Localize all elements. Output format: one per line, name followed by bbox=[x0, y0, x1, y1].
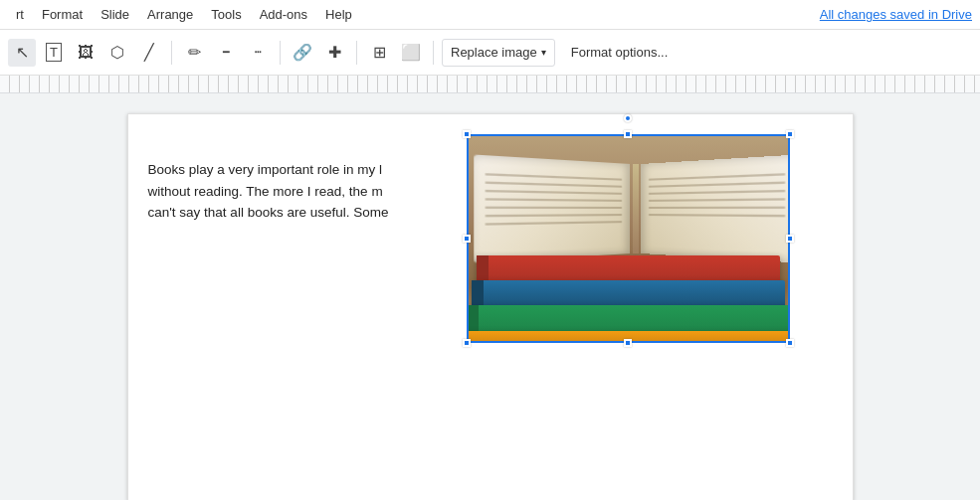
menu-item-arrange[interactable]: Arrange bbox=[139, 4, 201, 25]
menu-item-slide[interactable]: Slide bbox=[93, 4, 137, 25]
handle-top-right[interactable] bbox=[786, 130, 794, 138]
book-line bbox=[485, 173, 622, 181]
pencil-icon: ✏ bbox=[188, 43, 201, 62]
image-button[interactable]: 🖼 bbox=[72, 39, 99, 67]
book-red-spine bbox=[477, 255, 489, 283]
slide-image[interactable] bbox=[467, 134, 790, 343]
handle-bottom-right[interactable] bbox=[786, 339, 794, 347]
textbox-icon: T bbox=[46, 43, 62, 62]
menu-item-help[interactable]: Help bbox=[317, 4, 360, 25]
handle-bottom-left[interactable] bbox=[463, 339, 471, 347]
separator-1 bbox=[171, 41, 172, 65]
canvas-area: Books play a very important role in my l… bbox=[0, 93, 980, 500]
ruler-marks bbox=[0, 76, 980, 92]
books-photo bbox=[467, 134, 790, 343]
handle-top-left[interactable] bbox=[463, 130, 471, 138]
book-line bbox=[649, 173, 786, 181]
rotate-handle[interactable] bbox=[624, 114, 632, 122]
separator-2 bbox=[280, 41, 281, 65]
link-button[interactable]: 🔗 bbox=[289, 39, 316, 67]
handle-middle-right[interactable] bbox=[786, 235, 794, 243]
line-weight-icon: ━ bbox=[223, 46, 230, 59]
format-options-button[interactable]: Format options... bbox=[559, 39, 681, 67]
ruler bbox=[0, 76, 980, 93]
slide-text-line2: without reading. The more I read, the m bbox=[148, 184, 383, 199]
replace-image-arrow: ▾ bbox=[541, 47, 546, 58]
line-icon: ╱ bbox=[144, 43, 154, 62]
book-green-spine bbox=[467, 305, 479, 333]
replace-image-button[interactable]: Replace image ▾ bbox=[442, 39, 555, 67]
toolbar: ↖ T 🖼 ⬡ ╱ ✏ ━ ┅ 🔗 ✚ ⊞ ⬜ Replace im bbox=[0, 30, 980, 76]
mask-icon: ⬜ bbox=[401, 43, 421, 62]
book-blue-spine bbox=[472, 280, 484, 308]
shape-icon: ⬡ bbox=[110, 43, 124, 62]
line-button[interactable]: ╱ bbox=[135, 39, 163, 67]
shape-button[interactable]: ⬡ bbox=[103, 39, 131, 67]
link-icon: 🔗 bbox=[293, 43, 312, 62]
select-tool-button[interactable]: ↖ bbox=[8, 39, 36, 67]
pencil-button[interactable]: ✏ bbox=[180, 39, 208, 67]
handle-top-center[interactable] bbox=[624, 130, 632, 138]
book-spine bbox=[633, 164, 639, 253]
handle-bottom-center[interactable] bbox=[624, 339, 632, 347]
menu-item-tools[interactable]: Tools bbox=[203, 4, 249, 25]
line-dash-button[interactable]: ┅ bbox=[244, 39, 272, 67]
comment-icon: ✚ bbox=[328, 43, 341, 62]
image-icon: 🖼 bbox=[78, 44, 94, 62]
separator-4 bbox=[433, 41, 434, 65]
slide-text-content: Books play a very important role in my l… bbox=[148, 159, 467, 224]
menu-item-format[interactable]: Format bbox=[34, 4, 91, 25]
comment-button[interactable]: ✚ bbox=[320, 39, 348, 67]
line-dash-icon: ┅ bbox=[255, 46, 262, 59]
book-red bbox=[477, 255, 780, 283]
separator-3 bbox=[356, 41, 357, 65]
replace-image-label: Replace image bbox=[451, 45, 537, 60]
menu-item-insert[interactable]: rt bbox=[8, 4, 32, 25]
handle-middle-left[interactable] bbox=[463, 235, 471, 243]
mask-button[interactable]: ⬜ bbox=[397, 39, 425, 67]
menu-item-addons[interactable]: Add-ons bbox=[252, 4, 315, 25]
slide[interactable]: Books play a very important role in my l… bbox=[127, 113, 854, 500]
crop-icon: ⊞ bbox=[373, 43, 386, 62]
format-options-label: Format options... bbox=[571, 45, 669, 60]
line-weight-button[interactable]: ━ bbox=[212, 39, 240, 67]
book-blue bbox=[472, 280, 785, 308]
book-green bbox=[467, 305, 790, 333]
save-status: All changes saved in Drive bbox=[820, 7, 972, 22]
text-box-button[interactable]: T bbox=[40, 39, 68, 67]
menubar: rt Format Slide Arrange Tools Add-ons He… bbox=[0, 0, 980, 30]
slide-text-line1: Books play a very important role in my l bbox=[148, 162, 383, 177]
crop-button[interactable]: ⊞ bbox=[365, 39, 393, 67]
cursor-icon: ↖ bbox=[16, 43, 29, 62]
slide-text-line3: can't say that all books are useful. Som… bbox=[148, 205, 389, 220]
